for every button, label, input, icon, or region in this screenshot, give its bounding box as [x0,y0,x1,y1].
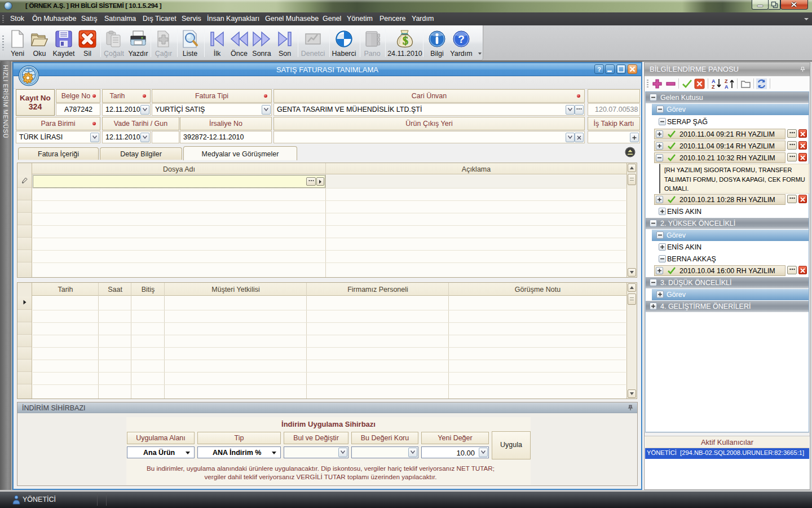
svg-text:?: ? [597,66,601,73]
svg-text:A: A [712,78,716,84]
svg-text:?: ? [458,33,465,45]
svg-text:Z: Z [725,78,728,84]
svg-text:Z: Z [712,84,715,90]
svg-text:$: $ [403,34,408,47]
svg-text:A: A [725,84,729,90]
